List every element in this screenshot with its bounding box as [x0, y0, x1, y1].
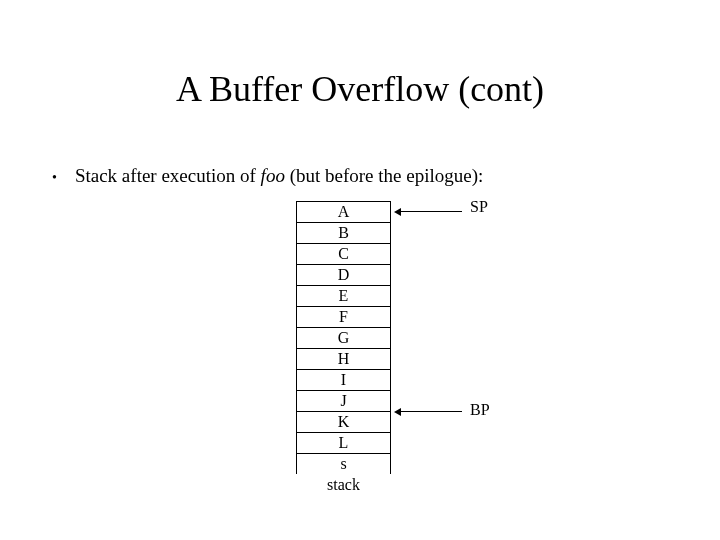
- bullet-icon: •: [52, 168, 57, 187]
- stack-cell: E: [296, 285, 391, 306]
- bullet-line: • Stack after execution of foo (but befo…: [52, 165, 483, 187]
- stack-cell: B: [296, 222, 391, 243]
- stack-cell: J: [296, 390, 391, 411]
- stack-cell: H: [296, 348, 391, 369]
- stack-cell: K: [296, 411, 391, 432]
- bullet-text: Stack after execution of foo (but before…: [75, 165, 483, 187]
- sp-arrow: [400, 211, 462, 212]
- slide-title: A Buffer Overflow (cont): [0, 68, 720, 110]
- stack-cell: I: [296, 369, 391, 390]
- stack-cell: A: [296, 201, 391, 222]
- stack-cell: s: [296, 453, 391, 474]
- bullet-prefix: Stack after execution of: [75, 165, 261, 186]
- stack-cell: C: [296, 243, 391, 264]
- bullet-suffix: (but before the epilogue):: [285, 165, 483, 186]
- stack-cell: L: [296, 432, 391, 453]
- stack-cell: D: [296, 264, 391, 285]
- slide: A Buffer Overflow (cont) • Stack after e…: [0, 0, 720, 540]
- bp-arrow: [400, 411, 462, 412]
- stack-cell: F: [296, 306, 391, 327]
- stack-label: stack: [296, 476, 391, 494]
- stack-cell: G: [296, 327, 391, 348]
- stack-diagram: A B C D E F G H I J K L s stack: [296, 201, 391, 494]
- sp-label: SP: [470, 198, 488, 216]
- bp-label: BP: [470, 401, 490, 419]
- bullet-italic: foo: [261, 165, 285, 186]
